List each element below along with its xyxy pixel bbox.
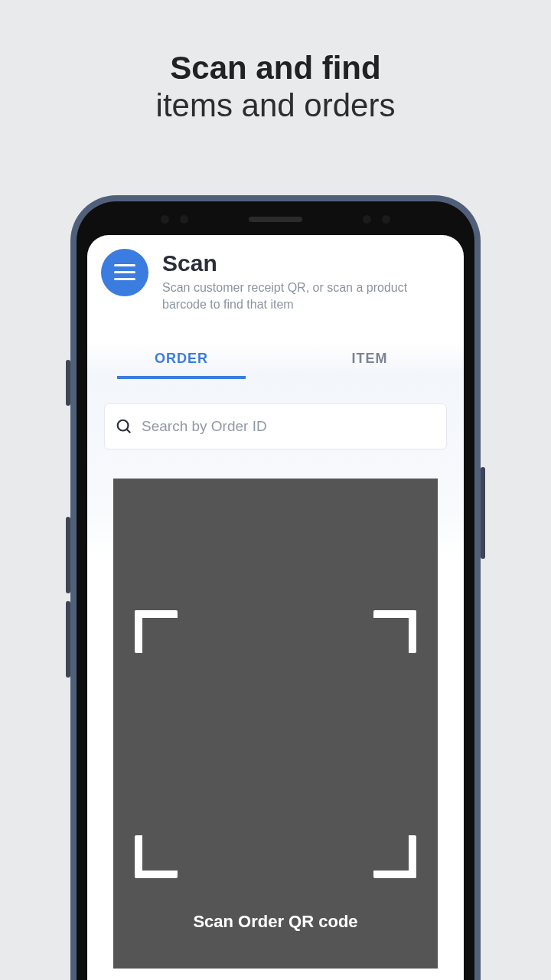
svg-point-3 — [118, 420, 129, 431]
phone-speaker — [249, 217, 302, 222]
scan-frame-corner — [135, 835, 178, 878]
camera-instruction: Scan Order QR code — [113, 912, 438, 932]
phone-side-button — [66, 517, 70, 593]
svg-rect-2 — [114, 278, 135, 280]
search-icon — [116, 418, 132, 435]
promo-headline: Scan and find items and orders — [0, 50, 551, 126]
page-subtitle: Scan customer receipt QR, or scan a prod… — [162, 279, 438, 312]
scan-frame-corner — [373, 835, 416, 878]
hamburger-icon — [114, 264, 135, 281]
scan-frame-corner — [135, 610, 178, 653]
app-header: Scan Scan customer receipt QR, or scan a… — [87, 235, 464, 326]
phone-side-button — [481, 467, 485, 559]
svg-rect-0 — [114, 264, 135, 266]
search-field[interactable] — [104, 403, 447, 449]
phone-sensor — [382, 215, 390, 224]
search-container — [104, 403, 447, 449]
phone-bezel: Scan Scan customer receipt QR, or scan a… — [77, 201, 474, 980]
phone-sensor — [180, 215, 188, 224]
menu-button[interactable] — [101, 249, 148, 296]
tabs: ORDER ITEM — [87, 340, 464, 377]
svg-rect-1 — [114, 271, 135, 273]
tab-item[interactable]: ITEM — [276, 340, 464, 377]
header-text: Scan Scan customer receipt QR, or scan a… — [162, 249, 447, 312]
page-title: Scan — [162, 250, 447, 276]
svg-line-4 — [127, 430, 131, 433]
search-input[interactable] — [142, 418, 435, 435]
app-screen: Scan Scan customer receipt QR, or scan a… — [87, 235, 464, 980]
phone-sensor — [363, 215, 371, 224]
promo-line2: items and orders — [0, 87, 551, 125]
phone-side-button — [66, 601, 70, 678]
camera-viewport[interactable]: Scan Order QR code — [113, 479, 438, 969]
promo-line1: Scan and find — [0, 50, 551, 87]
phone-sensor — [161, 215, 169, 224]
scan-frame-corner — [373, 610, 416, 653]
phone-frame: Scan Scan customer receipt QR, or scan a… — [70, 195, 481, 980]
tab-order[interactable]: ORDER — [87, 340, 276, 377]
phone-side-button — [66, 360, 70, 406]
